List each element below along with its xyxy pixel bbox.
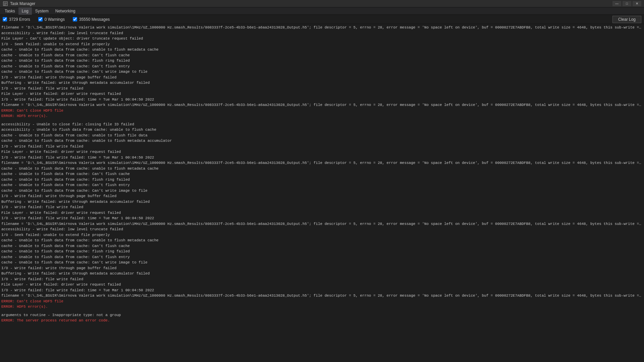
log-line: ERROR: Can't close HDF5 file (1, 108, 643, 114)
log-line: cache - Unable to flush data from cache:… (1, 260, 643, 265)
log-line: I/O - Write failed: file write failed: t… (1, 216, 643, 221)
warnings-filter-group: 0 Warnings (38, 17, 65, 22)
log-line: cache - Unable to flush data from cache:… (1, 58, 643, 64)
log-line (1, 119, 643, 122)
log-line: I/O - Write failed: file write failed: t… (1, 288, 643, 293)
log-line: File Layer - Write failed: driver write … (1, 149, 643, 155)
log-line: cache - Unable to flush data from cache:… (1, 249, 643, 254)
log-line: cache - Unable to flush data from cache:… (1, 238, 643, 243)
menu-system[interactable]: System (32, 7, 52, 15)
log-line: I/O - Write failed: write through page b… (1, 193, 643, 199)
errors-label[interactable]: 3729 Errors (9, 17, 30, 22)
log-line: I/O - Write failed: file write failed (1, 204, 643, 210)
log-line: ERROR: Can't close HDF5 file (1, 299, 643, 304)
log-line: ERROR: HDF5 error(s). (1, 304, 643, 310)
log-line: arguments to routine - Inappropriate typ… (1, 312, 643, 318)
log-line: cache - Unable to flush data from cache:… (1, 138, 643, 144)
log-line: I/O - Write failed: write through page b… (1, 265, 643, 271)
warnings-label[interactable]: 0 Warnings (45, 17, 65, 22)
log-line: filename = 'D:\_S4L_BSUIR\Smirnova Valer… (1, 160, 643, 166)
window-title: Task Manager (10, 1, 612, 6)
warnings-checkbox[interactable] (38, 17, 43, 21)
menu-log[interactable]: Log (18, 7, 32, 15)
log-line: cache - Unable to flush data from cache:… (1, 69, 643, 75)
log-line (1, 310, 643, 312)
svg-rect-1 (4, 3, 7, 3)
log-line: cache - Unable to flush data from cache:… (1, 64, 643, 69)
log-line: File Layer - Write failed: driver write … (1, 282, 643, 288)
menu-networking[interactable]: Networking (52, 7, 79, 15)
log-line: cache - Unable to flush data from cache:… (1, 188, 643, 194)
close-button[interactable]: ✕ (633, 1, 641, 6)
log-line: filename = 'D:\_S4L_BSUIR\Smirnova Valer… (1, 102, 643, 108)
menu-tasks[interactable]: Tasks (1, 7, 18, 15)
log-line: I/O - Seek failed: unable to extend file… (1, 232, 643, 238)
svg-rect-2 (4, 4, 7, 4)
svg-rect-3 (4, 5, 6, 5)
log-line: filename = 'D:\_S4L_BSUIR\Smirnova Valer… (1, 293, 643, 299)
log-line: I/O - Write failed: file write failed (1, 86, 643, 92)
clear-log-button[interactable]: Clear Log (612, 16, 641, 23)
log-line: I/O - Write failed: file write failed (1, 277, 643, 282)
log-line: accessibility - Unable to close file: cl… (1, 122, 643, 127)
maximize-button[interactable]: □ (623, 1, 631, 6)
messages-label[interactable]: 35550 Messages (79, 17, 110, 22)
log-line: ERROR: HDF5 error(s). (1, 113, 643, 119)
log-line: cache - Unable to flush data from cache:… (1, 254, 643, 260)
log-line: filename = 'D:\_S4L_BSUIR\Smirnova Valer… (1, 221, 643, 227)
log-line: I/O - Write failed: file write failed: t… (1, 155, 643, 161)
messages-checkbox[interactable] (73, 17, 77, 21)
log-line: File Layer - Write failed: driver write … (1, 91, 643, 97)
minimize-button[interactable]: — (612, 1, 621, 6)
toolbar: 3729 Errors 0 Warnings 35550 Messages Cl… (0, 15, 644, 24)
log-line: accessibility - Write failed: low level … (1, 31, 643, 36)
window-controls: — □ ✕ (612, 1, 641, 6)
log-line: cache - Unable to flush data from cache:… (1, 133, 643, 138)
log-line: File Layer - Write failed: driver write … (1, 210, 643, 216)
log-line: File Layer - Can't update object: driver… (1, 36, 643, 42)
log-line: Buffering - Write failed: write through … (1, 80, 643, 86)
log-area[interactable]: filename = 'D:\_S4L_BSUIR\Smirnova Valer… (0, 24, 644, 362)
log-line: cache - Unable to flush data from cache:… (1, 243, 643, 249)
log-line: cache - Unable to flush data from cache:… (1, 53, 643, 58)
log-line: ERROR: The server process returned an er… (1, 318, 643, 323)
log-line: cache - Unable to flush data from cache:… (1, 177, 643, 183)
log-line: Buffering - Write failed: write through … (1, 199, 643, 205)
log-line: cache - Unable to flush data from cache:… (1, 171, 643, 177)
log-line: cache - Unable to flush data from cache:… (1, 166, 643, 172)
log-line: cache - Unable to flush data from cache:… (1, 47, 643, 53)
log-line: I/O - Write failed: write through page b… (1, 75, 643, 80)
app-icon (3, 1, 8, 6)
log-line: cache - Unable to flush data from cache:… (1, 182, 643, 188)
messages-filter-group: 35550 Messages (73, 17, 110, 22)
log-line: accessibility - Write failed: low level … (1, 227, 643, 232)
log-line: I/O - Write failed: file write failed (1, 144, 643, 149)
log-line: accessibility - Unable to flush data fro… (1, 127, 643, 133)
menu-bar: Tasks Log System Networking (0, 7, 644, 15)
log-line: I/O - Write failed: file write failed: t… (1, 97, 643, 103)
log-line: I/O - Seek failed: unable to extend file… (1, 42, 643, 47)
log-line: filename = 'D:\_S4L_BSUIR\Smirnova Valer… (1, 25, 643, 31)
log-line: Buffering - Write failed: write through … (1, 271, 643, 277)
title-bar: Task Manager — □ ✕ (0, 0, 644, 7)
errors-checkbox[interactable] (3, 17, 7, 21)
errors-filter-group: 3729 Errors (3, 17, 30, 22)
